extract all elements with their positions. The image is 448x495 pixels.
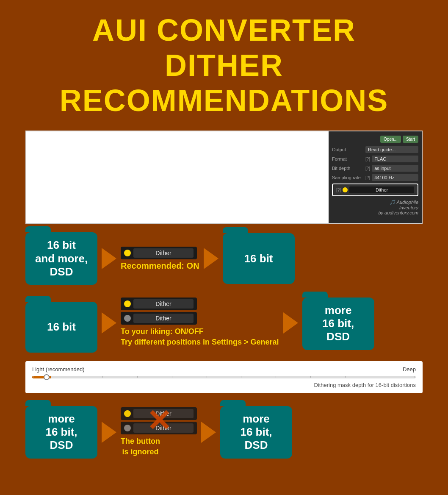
- bit-depth-help: [?]: [365, 166, 370, 171]
- dither-toggle-row[interactable]: [?] Dither: [334, 185, 417, 195]
- slider-labels: Light (recommended) Deep: [32, 366, 416, 373]
- scenario2-output-box: more16 bit,DSD: [302, 298, 374, 350]
- scenario3-middle: Dither Dither ✕ The buttonis ignored: [121, 407, 197, 457]
- scenario1-input-label: 16 bitand more,DSD: [35, 239, 88, 278]
- dither-on-icon: [124, 250, 131, 256]
- bit-depth-label: Bit depth: [332, 166, 364, 171]
- format-value: FLAC: [372, 156, 418, 162]
- scenario2-recommendation: To your liking: ON/OFF Try different pos…: [121, 326, 279, 348]
- tick: [345, 376, 346, 378]
- scenario-2: 16 bit Dither Dither To your liking: ON/…: [25, 293, 423, 353]
- scenario2-output-label: more16 bit,DSD: [322, 304, 354, 344]
- tick: [33, 376, 33, 378]
- dither-help: [?]: [336, 188, 341, 192]
- scenario3-dither-x-container: Dither Dither ✕: [121, 407, 197, 434]
- slider-section: Light (recommended) Deep Dithering mask …: [25, 361, 423, 393]
- scenario2-dither-label2: Dither: [133, 314, 194, 323]
- scenario3-dither-toggle-off: Dither: [121, 422, 197, 434]
- watermark: 🎵 Audiophile Inventory by audiventory.co…: [332, 200, 418, 215]
- scenario2-arrow2: [283, 312, 298, 334]
- tick: [172, 376, 172, 378]
- scenario2-input-box: 16 bit: [25, 302, 97, 353]
- format-help: [?]: [365, 157, 370, 161]
- slider-label-left: Light (recommended): [32, 366, 85, 373]
- scenario3-output-box: more16 bit,DSD: [220, 406, 292, 459]
- start-btn[interactable]: Start: [403, 136, 418, 143]
- dither-toggle-label: Dither: [349, 186, 414, 193]
- slider-label-right: Deep: [403, 366, 416, 373]
- scenario2-dither-toggle-off[interactable]: Dither: [121, 312, 197, 325]
- scenario3-dither-toggle-on: Dither: [121, 407, 197, 420]
- scenario2-arrow1: [102, 312, 116, 334]
- output-value: Read guide...: [365, 146, 418, 153]
- tick: [241, 376, 241, 378]
- slider-track[interactable]: [32, 376, 416, 378]
- dither-off-icon: [124, 315, 131, 322]
- scenario1-arrow1: [102, 248, 116, 269]
- scenario2-dither-label1: Dither: [133, 299, 194, 309]
- tick: [207, 376, 207, 378]
- scenario-3: more16 bit,DSD Dither Dither ✕ The butto…: [25, 406, 423, 459]
- scenario2-dither-control: Dither Dither: [121, 298, 197, 325]
- screenshot-panel: Open... Start Output Read guide... Forma…: [329, 131, 422, 223]
- screenshot-area: Open... Start Output Read guide... Forma…: [25, 131, 423, 224]
- scenario1-output-box: 16 bit: [223, 233, 295, 284]
- scenario1-dither-toggle[interactable]: Dither: [121, 247, 197, 259]
- scenario1-recommendation: Recommended: ON: [121, 261, 199, 271]
- scenario3-ignored-text: The buttonis ignored: [121, 436, 160, 457]
- slider-ticks: [32, 376, 416, 378]
- scenario1-output-label: 16 bit: [244, 252, 273, 265]
- tick: [102, 376, 103, 378]
- scenario3-output-label: more16 bit,DSD: [240, 412, 272, 452]
- scenario2-middle: Dither Dither To your liking: ON/OFF Try…: [121, 298, 279, 348]
- scenario3-dither-label1: Dither: [133, 409, 194, 418]
- open-btn[interactable]: Open...: [380, 136, 401, 143]
- scenario3-arrow2: [201, 422, 216, 443]
- scenario3-dither-label2: Dither: [133, 423, 194, 433]
- scenario1-arrow2: [204, 248, 218, 269]
- dither-off-icon-3: [124, 425, 131, 431]
- sampling-help: [?]: [365, 175, 370, 180]
- sampling-label: Sampling rate: [332, 175, 364, 180]
- format-label: Format: [332, 156, 364, 161]
- scenario-1: 16 bitand more,DSD Dither Recommended: O…: [25, 232, 423, 285]
- scenario3-input-label: more16 bit,DSD: [45, 412, 77, 452]
- dither-on-icon-2: [124, 300, 131, 307]
- scenario1-input-box: 16 bitand more,DSD: [25, 232, 97, 285]
- tick: [310, 376, 311, 378]
- scenario2-dither-toggle-on[interactable]: Dither: [121, 298, 197, 310]
- tick: [137, 376, 138, 378]
- dither-circle-icon: [343, 187, 348, 192]
- sampling-value: 44100 Hz: [372, 174, 418, 181]
- tick: [380, 376, 380, 378]
- scenario1-dither-label: Dither: [133, 248, 194, 258]
- dither-highlighted-row: [?] Dither: [332, 184, 418, 196]
- output-label: Output: [332, 147, 364, 152]
- scenario2-input-label: 16 bit: [47, 320, 76, 334]
- scenario3-input-box: more16 bit,DSD: [25, 406, 97, 459]
- page-title: AUI CONVERTER DITHER RECOMMENDATIONS: [0, 0, 448, 126]
- slider-description: Dithering mask depth for 16-bit distorti…: [32, 382, 416, 388]
- tick: [415, 376, 415, 378]
- tick: [68, 376, 68, 378]
- bit-depth-value: as input: [372, 165, 418, 172]
- scenario3-arrow1: [102, 422, 116, 443]
- scenario1-middle: Dither Recommended: ON: [121, 247, 199, 271]
- dither-on-icon-3: [124, 410, 131, 417]
- tick: [276, 376, 276, 378]
